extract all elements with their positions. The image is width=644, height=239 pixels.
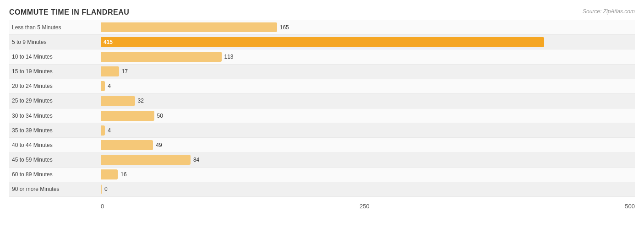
bar-value: 113 <box>224 54 234 60</box>
bar-value: 50 <box>157 113 163 119</box>
bar-container: 415 <box>101 35 635 49</box>
chart-title: COMMUTE TIME IN FLANDREAU <box>9 8 635 16</box>
bar-value: 32 <box>138 98 144 104</box>
row-label: 35 to 39 Minutes <box>9 127 101 134</box>
bar <box>101 96 135 106</box>
bar <box>101 185 102 195</box>
row-label: 25 to 29 Minutes <box>9 98 101 104</box>
row-label: 10 to 14 Minutes <box>9 54 101 60</box>
bar <box>101 22 277 33</box>
row-label: 5 to 9 Minutes <box>9 39 101 45</box>
bar-container: 17 <box>101 65 635 79</box>
bar-value: 4 <box>108 127 111 134</box>
x-label-250: 250 <box>360 203 370 210</box>
chart-container: COMMUTE TIME IN FLANDREAU Source: ZipAtl… <box>0 0 644 239</box>
rows-area: Less than 5 Minutes1655 to 9 Minutes4151… <box>9 20 635 197</box>
source-text: Source: ZipAtlas.com <box>583 8 635 15</box>
table-row: 60 to 89 Minutes16 <box>9 168 635 182</box>
bar: 415 <box>101 37 544 47</box>
table-row: 30 to 34 Minutes50 <box>9 109 635 123</box>
table-row: 35 to 39 Minutes4 <box>9 123 635 138</box>
row-label: 15 to 19 Minutes <box>9 68 101 75</box>
chart-area: Less than 5 Minutes1655 to 9 Minutes4151… <box>9 20 635 210</box>
bar <box>101 169 118 179</box>
bar-container: 50 <box>101 109 635 123</box>
bar <box>101 81 105 91</box>
row-label: 40 to 44 Minutes <box>9 142 101 148</box>
bar-value: 4 <box>108 83 111 89</box>
bar-container: 84 <box>101 153 635 167</box>
bar-container: 113 <box>101 49 635 64</box>
bar <box>101 52 222 62</box>
bar-value: 84 <box>193 157 199 163</box>
table-row: 5 to 9 Minutes415 <box>9 35 635 49</box>
x-label-0: 0 <box>101 203 104 210</box>
row-label: 90 or more Minutes <box>9 186 101 192</box>
table-row: 25 to 29 Minutes32 <box>9 94 635 109</box>
x-label-500: 500 <box>625 203 635 210</box>
table-row: 10 to 14 Minutes113 <box>9 49 635 64</box>
bar-container: 4 <box>101 79 635 93</box>
bar-container: 32 <box>101 94 635 108</box>
bar-value: 49 <box>156 142 162 148</box>
x-axis: 0 250 500 <box>101 199 635 210</box>
bar-container: 16 <box>101 168 635 182</box>
table-row: 15 to 19 Minutes17 <box>9 65 635 79</box>
bar-value: 165 <box>280 24 289 31</box>
table-row: 20 to 24 Minutes4 <box>9 79 635 94</box>
table-row: 90 or more Minutes0 <box>9 182 635 197</box>
bar-value: 16 <box>120 171 126 178</box>
bar <box>101 140 153 150</box>
bar-container: 165 <box>101 20 635 34</box>
bar <box>101 111 154 121</box>
bar-container: 4 <box>101 123 635 137</box>
bar-value: 0 <box>104 186 108 192</box>
bar-value: 17 <box>122 68 128 75</box>
bar <box>101 125 105 136</box>
row-label: 60 to 89 Minutes <box>9 171 101 178</box>
row-label: 45 to 59 Minutes <box>9 157 101 163</box>
table-row: Less than 5 Minutes165 <box>9 20 635 35</box>
table-row: 40 to 44 Minutes49 <box>9 138 635 152</box>
row-label: 30 to 34 Minutes <box>9 113 101 119</box>
table-row: 45 to 59 Minutes84 <box>9 153 635 168</box>
bar <box>101 66 119 76</box>
bar-container: 49 <box>101 138 635 152</box>
row-label: Less than 5 Minutes <box>9 24 101 31</box>
bar-value: 415 <box>104 39 113 45</box>
bar-container: 0 <box>101 182 635 196</box>
row-label: 20 to 24 Minutes <box>9 83 101 89</box>
bar <box>101 155 191 165</box>
